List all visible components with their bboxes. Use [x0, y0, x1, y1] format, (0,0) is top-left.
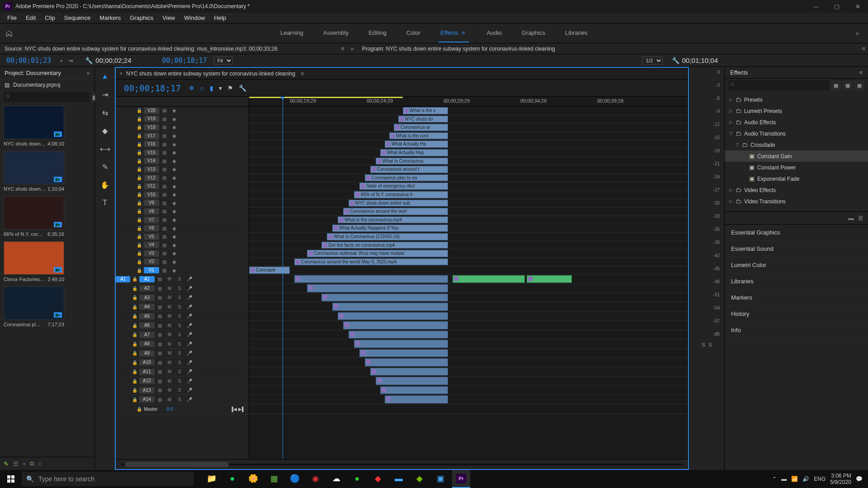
track-label[interactable]: V11 [144, 183, 159, 189]
track-label[interactable]: V4 [144, 242, 159, 248]
toggle-output-icon[interactable]: ▤ [155, 277, 165, 282]
voice-over-icon[interactable]: 🎤 [184, 397, 194, 402]
track-label[interactable]: V13 [144, 166, 159, 173]
menu-edit[interactable]: Edit [21, 14, 40, 22]
video-lane[interactable]: Coronavirus ar [249, 123, 688, 132]
track-label[interactable]: V2 [144, 258, 159, 265]
toggle-output-icon[interactable]: ▤ [159, 259, 169, 264]
side-panel-tab[interactable]: Lumetri Color [725, 257, 868, 273]
track-label[interactable]: V9 [144, 200, 159, 206]
taskbar-app-explorer[interactable]: 📁 [203, 470, 221, 488]
lock-icon[interactable]: 🔒 [135, 268, 144, 273]
track-label[interactable]: V18 [144, 124, 159, 131]
type-tool[interactable]: T [99, 197, 111, 209]
video-clip[interactable]: Coronavirus around the world May 5, 2020… [294, 258, 448, 266]
taskbar-app-1[interactable]: 🌼 [244, 470, 262, 488]
toggle-output-icon[interactable]: ▤ [159, 167, 169, 172]
mute-button[interactable]: M [165, 369, 175, 374]
sequence-name[interactable]: NYC shuts down entire subway system for … [126, 70, 295, 77]
home-button[interactable] [0, 30, 18, 37]
lock-icon[interactable]: 🔒 [135, 175, 144, 180]
lock-icon[interactable]: 🔒 [130, 295, 139, 300]
toggle-sync-icon[interactable]: ◉ [169, 243, 179, 248]
source-tc-in[interactable]: 00;00;01;23 [0, 56, 57, 65]
lock-icon[interactable]: 🔒 [130, 379, 139, 384]
effects-search-input[interactable] [728, 80, 829, 90]
lock-icon[interactable]: 🔒 [135, 184, 144, 189]
solo-button[interactable]: S [175, 379, 184, 384]
video-track-header[interactable]: 🔒V15▤◉ [116, 149, 249, 157]
audio-lane[interactable] [249, 321, 688, 330]
toggle-output-icon[interactable]: ▤ [155, 360, 165, 365]
toggle-output-icon[interactable]: ▤ [159, 142, 169, 147]
source-marker-icon[interactable]: ▪ [57, 57, 65, 64]
audio-clip[interactable] [385, 395, 448, 404]
video-clip[interactable]: Coronavir [249, 267, 290, 274]
video-lane[interactable]: 66% of N.Y. coronavirus h [249, 191, 688, 199]
toggle-sync-icon[interactable]: ◉ [169, 201, 179, 206]
lock-icon[interactable]: 🔒 [130, 314, 139, 319]
project-bin-item[interactable]: ▮▶66% of N.Y. cor…6;35;16 [4, 196, 91, 237]
lock-icon[interactable]: 🔒 [135, 167, 144, 172]
tray-clock[interactable]: 3:06 PM 5/9/2020 [830, 473, 851, 486]
audio-lane[interactable] [249, 275, 688, 284]
lock-icon[interactable]: 🔒 [135, 259, 144, 264]
voice-over-icon[interactable]: 🎤 [184, 286, 194, 291]
video-track-header[interactable]: 🔒V8▤◉ [116, 207, 249, 216]
taskbar-app-minecraft[interactable]: ▦ [265, 470, 283, 488]
voice-over-icon[interactable]: 🎤 [184, 305, 194, 310]
video-lane[interactable]: Coronavirus around the world May 5, 2020… [249, 258, 688, 267]
source-tc-out[interactable]: 00;00;02;24 [95, 56, 131, 64]
effects-folder[interactable]: ▷🗀Audio Effects [725, 117, 868, 128]
toggle-sync-icon[interactable]: ◉ [169, 226, 179, 231]
list-view-icon[interactable]: ☰ [13, 460, 19, 467]
toggle-sync-icon[interactable]: ◉ [169, 209, 179, 214]
lock-icon[interactable]: 🔒 [135, 159, 144, 164]
side-panel-tab[interactable]: Markers [725, 290, 868, 306]
track-label[interactable]: V7 [144, 217, 159, 223]
settings-icon[interactable]: ⚑ [227, 84, 233, 92]
solo-button[interactable]: S [175, 277, 184, 282]
razor-tool[interactable]: ◆ [99, 125, 111, 136]
audio-clip[interactable] [332, 303, 448, 311]
toggle-sync-icon[interactable]: ◉ [169, 125, 179, 130]
audio-track-header[interactable]: 🔒A11▤MS🎤 [116, 367, 249, 377]
track-label[interactable]: V3 [144, 250, 159, 257]
effects-folder[interactable]: ▷🗀Video Transitions [725, 196, 868, 207]
audio-track-header[interactable]: 🔒A13▤MS🎤 [116, 386, 249, 395]
disclosure-icon[interactable]: ▷ [729, 188, 736, 192]
pen-tool[interactable]: ✎ [99, 161, 111, 173]
menu-sequence[interactable]: Sequence [60, 14, 95, 22]
tray-volume-icon[interactable]: 🔊 [802, 476, 809, 482]
workspace-tab-color[interactable]: Color [405, 24, 422, 42]
toggle-output-icon[interactable]: ▤ [159, 108, 169, 113]
selection-tool[interactable]: ▲ [99, 70, 111, 82]
timeline-h-scrollbar[interactable] [116, 459, 688, 469]
video-lane[interactable]: What Actually Happens If You [249, 224, 688, 233]
toggle-sync-icon[interactable]: ◉ [169, 117, 179, 122]
close-button[interactable]: ✕ [847, 0, 868, 13]
side-panel-tab[interactable]: History [725, 306, 868, 322]
toggle-output-icon[interactable]: ▤ [159, 251, 169, 256]
disclosure-icon[interactable]: ▽ [729, 131, 736, 136]
video-clip[interactable]: What Is Coronavirus [376, 158, 448, 165]
video-clip[interactable]: What Actually Ha [385, 141, 448, 148]
video-lane[interactable]: Coronavirus around the worl [249, 207, 688, 216]
audio-clip[interactable] [307, 284, 448, 292]
program-tc[interactable]: 00;00;18;17 [156, 56, 213, 65]
effects-item[interactable]: ▣Constant Gain [725, 150, 868, 162]
taskbar-app-2[interactable]: ◉ [307, 470, 325, 488]
video-clip[interactable]: Coronavirus plan to ea [365, 174, 448, 182]
effects-filter-yuv-button[interactable]: ▦ [854, 80, 864, 90]
video-clip[interactable]: What is the coronavirus.mp4 [338, 216, 448, 224]
track-label[interactable]: A3 [139, 295, 155, 301]
taskbar-app-steam[interactable]: ☁ [327, 470, 345, 488]
taskbar-app-3[interactable]: ● [348, 470, 366, 488]
solo-button[interactable]: S [175, 323, 184, 328]
timeline-ruler[interactable]: 00;00;19;2900;00;24;2900;00;29;2900;00;3… [249, 97, 688, 107]
video-lane[interactable]: Coronavirus around t [249, 165, 688, 174]
mute-button[interactable]: M [165, 379, 175, 384]
audio-clip[interactable] [294, 275, 448, 283]
video-lane[interactable]: NYC shuts do [249, 115, 688, 124]
tray-lang-icon[interactable]: ENG [814, 476, 826, 482]
